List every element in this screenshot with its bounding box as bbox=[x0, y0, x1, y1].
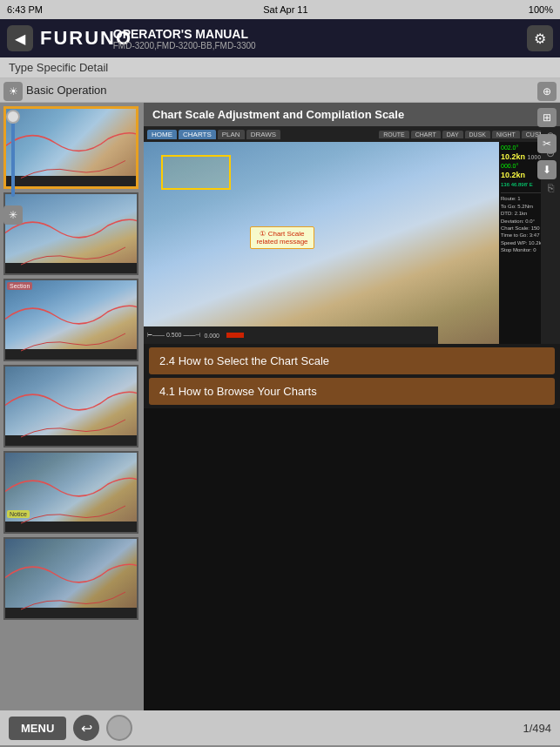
zoom-in-right-icon[interactable]: ⊕ bbox=[537, 82, 557, 101]
scissors-icon[interactable]: ✂ bbox=[537, 134, 557, 153]
related-links: 2.4 How to Select the Chart Scale 4.1 Ho… bbox=[144, 344, 560, 408]
zoom-crop-icon[interactable]: ⊞ bbox=[537, 108, 557, 127]
right-panel: Chart Scale Adjustment and Compilation S… bbox=[144, 103, 560, 710]
chart-tab-extra3[interactable]: DAY bbox=[442, 131, 463, 138]
save-icon[interactable]: ⬇ bbox=[537, 160, 557, 179]
bottom-bar: MENU ↩ 1/494 bbox=[0, 710, 560, 745]
main-image-area: HOME CHARTS PLAN DRAWS ROUTE CHART DAY D… bbox=[144, 126, 560, 344]
chart-annotation: ① Chart Scale related message bbox=[250, 226, 314, 249]
section-title: Basic Operation bbox=[0, 78, 560, 103]
right-action-icons: ⊕ ⊞ ✂ ⬇ bbox=[534, 78, 560, 183]
scale-unit: 0.000 bbox=[204, 333, 219, 339]
manual-title: OPERATOR'S MANUAL bbox=[113, 27, 520, 41]
content-section-title: Chart Scale Adjustment and Compilation S… bbox=[144, 103, 560, 126]
chart-highlight-box bbox=[161, 155, 231, 190]
thumbnail-5[interactable]: Notice bbox=[3, 451, 138, 534]
settings-button[interactable]: ⚙ bbox=[527, 25, 553, 51]
undo-button[interactable]: ↩ bbox=[73, 715, 99, 741]
thumb-label: Section bbox=[7, 282, 32, 290]
chart-tab-charts[interactable]: CHARTS bbox=[179, 130, 216, 139]
chart-tab-extra1[interactable]: ROUTE bbox=[379, 131, 409, 138]
related-link-1[interactable]: 2.4 How to Select the Chart Scale bbox=[149, 347, 555, 374]
brightness-icon[interactable]: ☀ bbox=[3, 82, 23, 101]
copy-icon[interactable]: ⎘ bbox=[548, 182, 554, 194]
chart-body: ① Chart Scale related message ⊢—— 0.500 … bbox=[144, 142, 560, 344]
thumb-label-5: Notice bbox=[7, 510, 30, 518]
status-bar: 6:43 PM Sat Apr 11 100% bbox=[0, 0, 560, 19]
chart-tab-plan[interactable]: PLAN bbox=[218, 130, 245, 139]
related-link-2[interactable]: 4.1 How to Browse Your Charts bbox=[149, 378, 555, 405]
main-content: Section Notice Chart Scale Adju bbox=[0, 103, 560, 710]
home-button[interactable] bbox=[106, 715, 132, 741]
scale-bar bbox=[226, 333, 244, 338]
chart-tab-draws[interactable]: DRAWS bbox=[246, 130, 280, 139]
thumbnail-4[interactable] bbox=[3, 365, 138, 448]
asterisk-icon[interactable]: ✳ bbox=[3, 205, 23, 225]
chart-tab-extra2[interactable]: CHART bbox=[411, 131, 441, 138]
scale-text: ⊢—— 0.500 ——⊣ bbox=[147, 332, 200, 339]
chart-tab-extra4[interactable]: DUSK bbox=[465, 131, 490, 138]
thumbnail-6[interactable] bbox=[3, 537, 138, 620]
back-button[interactable]: ◀ bbox=[7, 25, 33, 51]
header: ◀ FURUNO OPERATOR'S MANUAL FMD-3200,FMD-… bbox=[0, 19, 560, 57]
model-numbers: FMD-3200,FMD-3200-BB,FMD-3300 bbox=[113, 41, 520, 50]
chart-toolbar: HOME CHARTS PLAN DRAWS ROUTE CHART DAY D… bbox=[144, 126, 560, 142]
thumbnail-3[interactable]: Section bbox=[3, 279, 138, 361]
breadcrumb: Type Specific Detail bbox=[0, 57, 560, 78]
menu-button[interactable]: MENU bbox=[9, 717, 66, 740]
time-display: 6:43 PM bbox=[7, 4, 43, 15]
black-area bbox=[144, 408, 560, 710]
battery-display: 100% bbox=[529, 4, 553, 15]
chart-tab-extra5[interactable]: NIGHT bbox=[492, 131, 520, 138]
chart-bottom-bar: ⊢—— 0.500 ——⊣ 0.000 bbox=[144, 326, 438, 344]
scroll-track bbox=[11, 110, 15, 197]
date-display: Sat Apr 11 bbox=[263, 4, 307, 15]
left-floating-icons: ☀ ✳ bbox=[0, 78, 26, 228]
chart-map: ① Chart Scale related message ⊢—— 0.500 … bbox=[144, 142, 499, 344]
page-counter: 1/494 bbox=[523, 722, 551, 735]
scroll-thumb[interactable] bbox=[6, 110, 20, 124]
chart-display: HOME CHARTS PLAN DRAWS ROUTE CHART DAY D… bbox=[144, 126, 560, 344]
chart-tab-home[interactable]: HOME bbox=[147, 130, 177, 139]
